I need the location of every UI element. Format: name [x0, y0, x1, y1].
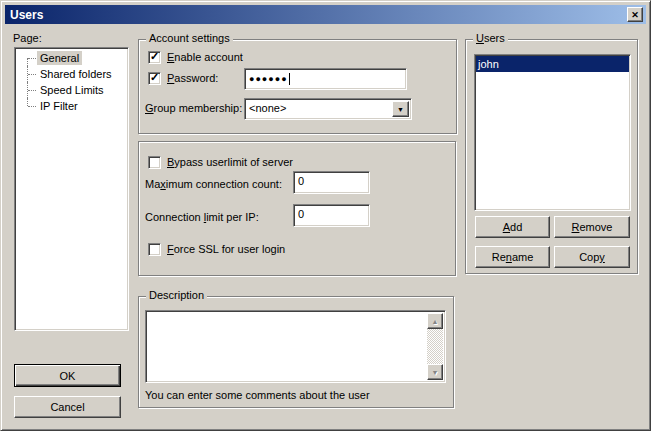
enable-account-label: Enable account — [167, 51, 243, 63]
force-ssl-checkbox[interactable]: ✓ — [148, 243, 161, 256]
password-checkbox[interactable]: ✓ — [148, 72, 161, 85]
password-label: Password: — [167, 72, 218, 84]
sidebar-item-label: Speed Limits — [37, 83, 107, 97]
ip-limit-label: Connection limit per IP: — [145, 211, 259, 223]
users-list: john — [474, 54, 631, 211]
sidebar-item-shared-folders[interactable]: Shared folders — [15, 66, 128, 82]
ok-button[interactable]: OK — [14, 364, 121, 387]
max-connection-input[interactable]: 0 — [293, 171, 370, 194]
dropdown-button[interactable]: ▼ — [392, 101, 409, 117]
cancel-button-label: Cancel — [50, 401, 84, 413]
users-dialog: Users ✕ Page: General Shared folders Spe… — [0, 0, 651, 431]
group-membership-select[interactable]: <none> ▼ — [244, 98, 412, 120]
scroll-down-button[interactable]: ▼ — [427, 364, 443, 380]
page-label: Page: — [13, 32, 42, 44]
users-group: Users john Add Remove Rename Copy — [465, 39, 638, 274]
remove-button-label: Remove — [572, 221, 613, 233]
ip-limit-input[interactable]: 0 — [293, 204, 370, 227]
tree-connector — [27, 98, 37, 114]
scroll-up-button[interactable]: ▲ — [427, 313, 443, 329]
sidebar-item-label: Shared folders — [37, 67, 115, 81]
description-group: Description ▲ ▼ You can enter some comme… — [138, 296, 454, 408]
ip-limit-value: 0 — [298, 208, 304, 220]
remove-button[interactable]: Remove — [554, 216, 630, 238]
copy-button-label: Copy — [579, 251, 605, 263]
sidebar-item-label: General — [37, 51, 82, 65]
list-item-label: john — [478, 58, 499, 70]
scroll-up-icon: ▲ — [432, 318, 439, 325]
list-item-john[interactable]: john — [476, 56, 629, 72]
password-value: ●●●●●● — [249, 74, 288, 84]
sidebar-item-ip-filter[interactable]: IP Filter — [15, 98, 128, 114]
chevron-down-icon: ▼ — [397, 106, 404, 113]
sidebar-item-label: IP Filter — [37, 99, 81, 113]
description-value — [148, 313, 425, 380]
group-membership-label: Group membership: — [145, 102, 242, 114]
add-button-label: Add — [503, 221, 523, 233]
titlebar[interactable]: Users ✕ — [5, 5, 646, 24]
window-title: Users — [10, 8, 43, 22]
close-icon: ✕ — [631, 10, 639, 20]
max-connection-label: Maximum connection count: — [145, 178, 282, 190]
description-textarea[interactable]: ▲ ▼ — [145, 310, 446, 383]
tree-connector — [27, 50, 37, 66]
check-icon: ✓ — [150, 52, 159, 61]
close-button[interactable]: ✕ — [627, 7, 643, 22]
cancel-button[interactable]: Cancel — [14, 396, 121, 418]
ok-button-label: OK — [60, 370, 76, 382]
connection-limits-group: ✓ Bypass userlimit of server Maximum con… — [138, 141, 456, 276]
rename-button-label: Rename — [492, 251, 534, 263]
force-ssl-label: Force SSL for user login — [167, 243, 285, 255]
bypass-userlimit-checkbox[interactable]: ✓ — [148, 156, 161, 169]
account-settings-group-title: Account settings — [146, 32, 233, 44]
scrollbar[interactable]: ▲ ▼ — [427, 313, 443, 380]
page-tree: General Shared folders Speed Limits IP F… — [14, 47, 129, 331]
bypass-userlimit-label: Bypass userlimit of server — [167, 156, 293, 168]
max-connection-value: 0 — [298, 175, 304, 187]
account-settings-group: Account settings ✓ Enable account ✓ Pass… — [138, 39, 457, 134]
copy-button[interactable]: Copy — [554, 246, 630, 268]
add-button[interactable]: Add — [475, 216, 550, 238]
tree-connector — [27, 66, 37, 82]
group-membership-value: <none> — [249, 102, 286, 114]
password-input[interactable]: ●●●●●● — [244, 68, 407, 90]
enable-account-checkbox[interactable]: ✓ — [148, 51, 161, 64]
sidebar-item-speed-limits[interactable]: Speed Limits — [15, 82, 128, 98]
tree-connector — [27, 82, 37, 98]
check-icon: ✓ — [150, 73, 159, 82]
scroll-down-icon: ▼ — [432, 369, 439, 376]
description-group-title: Description — [146, 289, 207, 301]
description-hint: You can enter some comments about the us… — [145, 389, 370, 401]
users-group-title: Users — [473, 32, 508, 44]
sidebar-item-general[interactable]: General — [15, 50, 128, 66]
rename-button[interactable]: Rename — [475, 246, 550, 268]
text-caret — [289, 73, 290, 85]
